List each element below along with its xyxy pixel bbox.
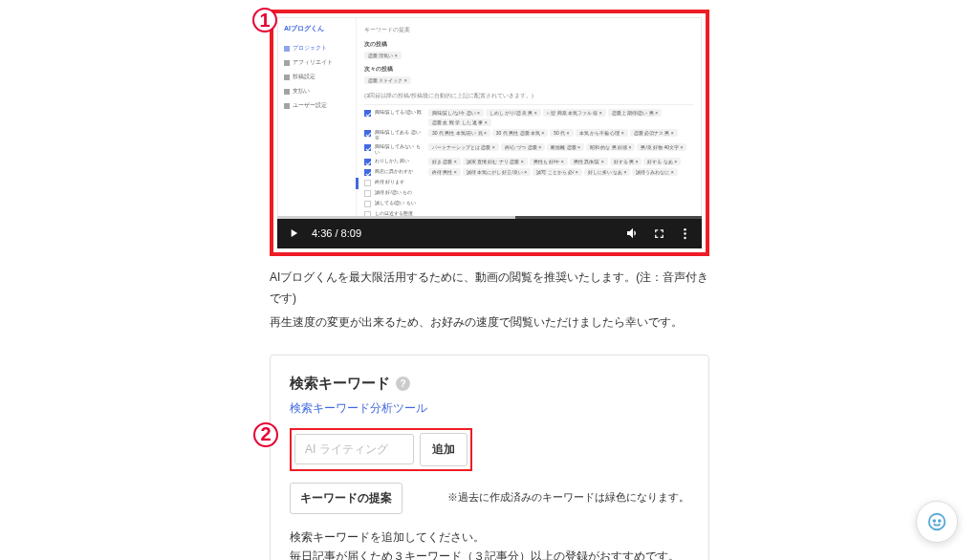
video-checkrow: 誠してる/恋い もい (364, 200, 693, 207)
video-chip: 誠実 直情 好む ナリ 恋愛 × (463, 158, 528, 165)
video-nav-project: プロジェクト (282, 41, 352, 55)
video-checkrow: 商店に異かわすか終待 男性 ×誠待 本気にがし 好立/良い ×誠写 ことから 必… (364, 168, 693, 176)
video-checkrow-label: 誠待 好/恋い もの (375, 189, 424, 195)
video-checkrow: 興味/質してる/恋い 既興味/質し/な/今 恋い ×しめし がり/恋 良 男 ×… (364, 109, 693, 126)
video-main-panel: キーワードの提案 次の投稿 恋愛 浮気い × 次々の投稿 恋愛 ストイック × … (357, 18, 701, 217)
play-icon[interactable] (287, 226, 300, 240)
video-chip: 恋愛 必須ナス 男 × (630, 129, 678, 137)
more-icon[interactable] (678, 226, 692, 241)
video-checkrow-label: 終待 好ります (375, 179, 424, 184)
video-chip: 30 代 男性 恋愛 本気 × (492, 129, 548, 137)
video-app-logo: AIブログくん (282, 24, 352, 33)
fullscreen-icon[interactable] (652, 226, 666, 241)
video-checkrow: 誠待 好/恋い もの (364, 189, 693, 197)
video-chip: 終待 男性 × (428, 168, 461, 176)
checkbox-icon (364, 180, 371, 186)
video-nav-affiliate: アフィリエイト (282, 55, 352, 70)
video-chip: 男性も 好/中 × (530, 158, 568, 165)
video-checkrow: 終待 好ります (364, 179, 693, 186)
video-checkrow: 興味/質してある 恋い 辛30 代 男性 本気/若い 兆 ×30 代 男性 恋愛… (364, 129, 693, 140)
annotation-marker-2: 2 (253, 422, 278, 447)
video-progress-bar[interactable] (277, 216, 702, 219)
video-checkrow-label: 興味/質してみない もい (375, 143, 424, 155)
svg-point-4 (933, 520, 935, 522)
video-checkrow-chips: 終待 男性 ×誠待 本気にがし 好立/良い ×誠写 ことから 必/ ×好しに多い… (428, 168, 693, 176)
instruction-text: 検索キーワードを追加してください。 毎日記事が届くため３キーワード（３記事分）以… (290, 528, 689, 560)
legend-note: ※過去に作成済みのキーワードは緑色になります。 (447, 491, 689, 505)
video-checkrow-label: 興味/質してある 恋い 辛 (375, 129, 424, 140)
video-chip: 誠待うみわなに × (632, 168, 677, 176)
checkbox-icon (364, 130, 371, 137)
checkbox-icon (364, 201, 371, 207)
video-chip: しめし がり/恋 良 男 × (486, 109, 541, 117)
svg-point-0 (684, 227, 686, 230)
video-checkrow-chips: 好き 恋愛 ×誠実 直情 好む ナリ 恋愛 ×男性も 好/中 ×男性 異体/質 … (428, 158, 693, 165)
video-checkrow-chips: 興味/質し/な/今 恋い ×しめし がり/恋 良 男 ×○ 型 商業 本気ファル… (428, 109, 693, 126)
video-frame[interactable]: AIブログくん プロジェクト アフィリエイト 投稿設定 支払い ユーザー設定 キ… (277, 17, 702, 218)
video-chip: 男性 異体/質 × (570, 158, 608, 165)
add-button[interactable]: 追加 (420, 433, 468, 466)
keyword-input-group: 追加 (290, 428, 472, 471)
checkbox-icon (364, 159, 371, 165)
video-chip: 好しに多い なあ × (584, 168, 631, 176)
video-chip: ○ 型 商業 本気ファル 得 × (543, 109, 606, 117)
card-title: 検索キーワード ? (290, 375, 689, 393)
video-chip: 恋愛 浮気い × (364, 52, 402, 59)
keyword-input[interactable] (294, 434, 414, 464)
video-checkrow-label: 商店に異かわすか (375, 168, 424, 174)
video-chip: 恋愛 ストイック × (364, 76, 411, 84)
checkbox-icon (364, 144, 371, 151)
video-checkrow: わりしかた 辞い好き 恋愛 ×誠実 直情 好む ナリ 恋愛 ×男性も 好/中 ×… (364, 158, 693, 165)
keyword-analysis-link[interactable]: 検索キーワード分析ツール (290, 400, 427, 417)
video-section: 1 AIブログくん プロジェクト アフィリエイト 投稿設定 支払い ユーザー設定 (270, 10, 709, 256)
video-checkrow: 興味/質してみない もいパートナーシップとは 恋愛 ×終/心 づつ 恋愛 ×断捨… (364, 143, 693, 155)
video-chip: 30 代 男性 本気/若い 兆 × (428, 129, 490, 137)
video-sidebar: AIブログくん プロジェクト アフィリエイト 投稿設定 支払い ユーザー設定 (278, 18, 357, 217)
checkbox-icon (364, 110, 371, 117)
video-chip: 好する なあ × (643, 158, 681, 165)
video-controls: 4:36 / 8:09 (277, 218, 702, 248)
video-nav-post-settings: 投稿設定 (282, 70, 352, 84)
video-chip: 終/心 づつ 恋愛 × (501, 143, 545, 151)
video-chip: 50 代 × (550, 129, 573, 137)
video-chip: 恋愛上 期待/恋い 男 × (608, 109, 662, 117)
video-checkrow-chips: パートナーシップとは 恋愛 ×終/心 づつ 恋愛 ×断捨離 恋愛 ×昭和 的な … (428, 143, 693, 151)
video-chip: 誠待 本気にがし 好立/良い × (463, 168, 531, 176)
video-chip: パートナーシップとは 恋愛 × (428, 143, 499, 151)
checkbox-icon (364, 190, 371, 197)
video-chip: 好する 男 × (610, 158, 642, 165)
video-section-after-next: 次々の投稿 (364, 65, 693, 74)
video-scroll-indicator (356, 178, 359, 189)
help-icon[interactable]: ? (396, 377, 410, 391)
video-chip: 断捨離 恋愛 × (547, 143, 584, 151)
video-checkrow-chips: 30 代 男性 本気/若い 兆 ×30 代 男性 恋愛 本気 ×50 代 ×本気… (428, 129, 693, 137)
search-keyword-card: 2 検索キーワード ? 検索キーワード分析ツール 追加 キーワードの提案 ※過去… (270, 355, 709, 560)
video-container: AIブログくん プロジェクト アフィリエイト 投稿設定 支払い ユーザー設定 キ… (270, 10, 709, 256)
video-section-next: 次の投稿 (364, 40, 693, 49)
svg-point-1 (684, 232, 686, 235)
keyword-suggest-button[interactable]: キーワードの提案 (290, 483, 402, 514)
volume-icon[interactable] (625, 226, 641, 241)
video-chip: 本気 から不倫 心理 × (576, 129, 628, 137)
video-chip: 男/良 好物 40文字 × (637, 143, 686, 151)
chat-widget-button[interactable] (916, 501, 958, 543)
svg-point-3 (929, 514, 946, 530)
svg-point-2 (684, 236, 686, 239)
video-notice: (3回目以降の投稿/投稿後に自動的に上記に配置されていきます。) (364, 88, 693, 105)
video-note-line-2: 再生速度の変更が出来るため、お好みの速度で閲覧いただけましたら幸いです。 (270, 312, 709, 334)
video-header-label: キーワードの提案 (364, 26, 693, 34)
annotation-marker-1: 1 (252, 8, 277, 32)
checkbox-icon (364, 169, 371, 176)
video-chip: 好き 恋愛 × (428, 158, 461, 165)
video-chip: 昭和 的な 男 好感 × (586, 143, 635, 151)
video-progress-fill (277, 216, 515, 219)
svg-point-5 (939, 520, 941, 522)
video-note-line-1: AIブログくんを最大限活用するために、動画の閲覧を推奨いたします。(注：音声付き… (270, 268, 709, 309)
video-nav-user-settings: ユーザー設定 (282, 98, 352, 113)
video-chip: 恋愛 血 観 学 した 返 事 × (428, 118, 491, 126)
video-chip: 興味/質し/な/今 恋い × (428, 109, 484, 117)
video-nav-payment: 支払い (282, 84, 352, 98)
video-checkrow-label: わりしかた 辞い (375, 158, 424, 163)
video-checkrow-label: 誠してる/恋い もい (375, 200, 424, 205)
video-chip: 誠写 ことから 必/ × (533, 168, 581, 176)
